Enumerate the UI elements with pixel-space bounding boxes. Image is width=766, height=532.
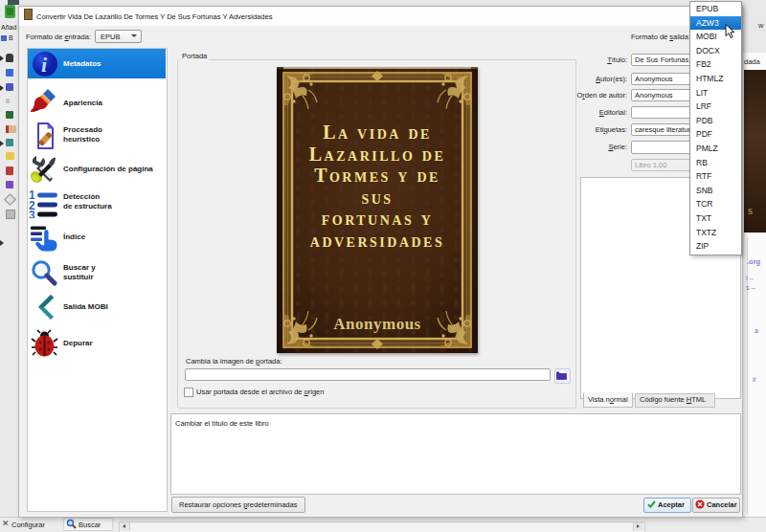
svg-text:3: 3	[29, 209, 35, 218]
svg-text:i: i	[41, 53, 48, 77]
